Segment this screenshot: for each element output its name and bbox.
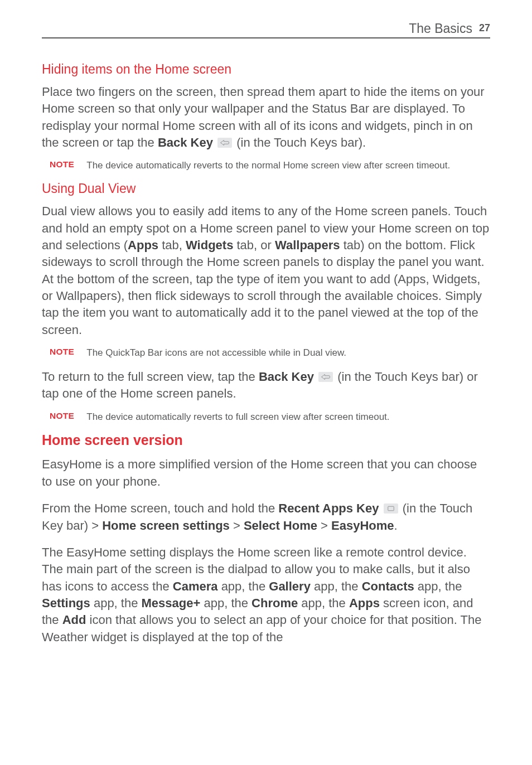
add-icon-label: Add (62, 613, 86, 627)
note-text: The device automatically reverts to full… (86, 410, 389, 424)
back-key-icon (217, 138, 232, 148)
message-plus-app-label: Message+ (142, 596, 201, 610)
widgets-tab-label: Widgets (186, 238, 233, 252)
text: icon that allows you to select an app of… (42, 613, 481, 643)
text: . (394, 519, 398, 532)
back-key-label: Back Key (259, 370, 314, 384)
text: app, the (200, 596, 252, 610)
para-easyhome-path: From the Home screen, touch and hold the… (42, 500, 490, 534)
note-row: NOTE The device automatically reverts to… (42, 159, 490, 172)
heading-dual-view: Using Dual View (42, 181, 490, 196)
camera-app-label: Camera (173, 579, 218, 593)
text: app, the (414, 579, 462, 593)
note-row: NOTE The device automatically reverts to… (42, 410, 490, 424)
contacts-app-label: Contacts (362, 579, 414, 593)
text: To return to the full screen view, tap t… (42, 370, 259, 384)
page-header: The Basics 27 (42, 21, 490, 38)
para-easyhome-desc: The EasyHome setting displays the Home s… (42, 544, 490, 646)
text: tab, (158, 238, 186, 252)
heading-home-version: Home screen version (42, 432, 490, 448)
recent-apps-key-icon (384, 503, 398, 514)
para-easyhome-intro: EasyHome is a more simplified version of… (42, 456, 490, 490)
text: app, the (298, 596, 349, 610)
apps-tab-label: Apps (128, 238, 158, 252)
note-text: The device automatically reverts to the … (86, 159, 450, 172)
note-text: The QuickTap Bar icons are not accessibl… (86, 346, 346, 360)
text: app, the (90, 596, 142, 610)
section-title: The Basics (409, 21, 472, 36)
text: > (230, 519, 244, 532)
settings-app-label: Settings (42, 596, 90, 610)
chrome-app-label: Chrome (252, 596, 298, 610)
text: app, the (311, 579, 362, 593)
svg-rect-0 (388, 507, 394, 511)
text: app, the (218, 579, 269, 593)
text: (in the Touch Keys bar). (233, 135, 366, 149)
easyhome-label: EasyHome (331, 519, 394, 532)
note-row: NOTE The QuickTap Bar icons are not acce… (42, 346, 490, 360)
heading-hiding-items: Hiding items on the Home screen (42, 62, 490, 77)
back-key-label: Back Key (158, 135, 213, 149)
text: From the Home screen, touch and hold the (42, 501, 278, 515)
wallpapers-tab-label: Wallpapers (275, 238, 340, 252)
text: tab, or (233, 238, 275, 252)
recent-apps-key-label: Recent Apps Key (278, 501, 379, 515)
text: tab) on the bottom. Flick sideways to sc… (42, 238, 485, 337)
note-label: NOTE (50, 159, 74, 170)
home-settings-label: Home screen settings (102, 519, 230, 532)
apps-icon-label: Apps (349, 596, 380, 610)
para-dual-view-1: Dual view allows you to easily add items… (42, 203, 490, 338)
back-key-icon (318, 372, 333, 382)
note-label: NOTE (50, 346, 74, 357)
text: > (317, 519, 331, 532)
para-hiding-items: Place two fingers on the screen, then sp… (42, 84, 490, 151)
para-dual-view-return: To return to the full screen view, tap t… (42, 369, 490, 403)
select-home-label: Select Home (244, 519, 317, 532)
gallery-app-label: Gallery (269, 579, 311, 593)
page-number: 27 (479, 22, 490, 34)
note-label: NOTE (50, 410, 74, 421)
